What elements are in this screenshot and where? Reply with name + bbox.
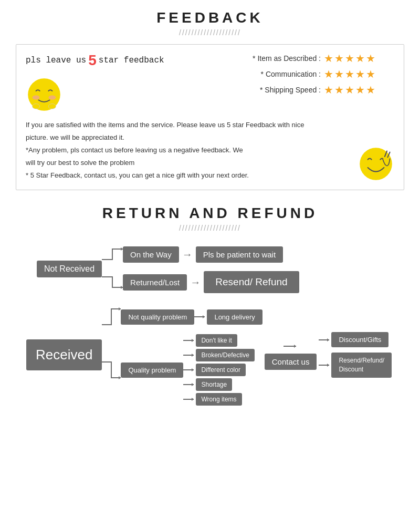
star: ★ <box>366 52 375 65</box>
stars-communication: ★ ★ ★ ★ ★ <box>324 68 375 80</box>
feedback-body-line-2: picture. we will be appreciated it. <box>26 132 394 143</box>
nr-branches: On the Way → Pls be patient to wait Retu… <box>102 245 299 293</box>
qs-arrow-5 <box>183 394 196 405</box>
rating-label-described: * Item as Described : <box>253 54 321 63</box>
feedback-section: FEEDBACK //////////////////// pls leave … <box>0 0 420 195</box>
qs-arrow-3 <box>183 365 196 375</box>
contact-us-box: Contact us <box>265 354 317 370</box>
nr-branch-returned: Returned/Lost → Resend/ Refund <box>102 271 299 293</box>
rating-label-communication: * Communication : <box>253 70 321 78</box>
quality-box: Quality problem <box>121 363 183 378</box>
nr-arrow-1 <box>102 245 123 264</box>
not-received-flow: Not Received On the Way → Pls be patient… <box>37 245 404 293</box>
not-quality-box: Not quality problem <box>121 309 194 325</box>
star: ★ <box>366 84 375 96</box>
star: ★ <box>324 84 333 96</box>
stars-shipping: ★ ★ ★ ★ ★ <box>324 84 375 96</box>
returned-lost-box: Returned/Lost <box>123 274 187 291</box>
svg-marker-16 <box>192 383 194 386</box>
refund-divider: //////////////////// <box>16 224 404 232</box>
qs-arrow-4 <box>183 379 196 390</box>
contact-arrow <box>284 340 298 353</box>
resend-refund-discount-box: Resend/Refund/Discount <box>331 353 392 378</box>
star: ★ <box>355 68 365 80</box>
smiley-face-left <box>26 76 62 113</box>
contact-results: Discount/Gifts Resend/Refund/Discount <box>319 332 392 378</box>
broken-defective-box: Broken/Defective <box>196 349 254 361</box>
rating-row-shipping: * Shipping Speed : ★ ★ ★ ★ ★ <box>253 84 394 96</box>
stars-described: ★ ★ ★ ★ ★ <box>324 52 375 65</box>
feedback-ratings: * Item as Described : ★ ★ ★ ★ ★ * Commun… <box>253 52 394 96</box>
arrow-right-1: → <box>182 249 193 261</box>
smiley-face-right <box>358 146 394 182</box>
feedback-box: pls leave us 5 star feedback <box>16 44 404 190</box>
star: ★ <box>334 52 344 65</box>
res-arrow-1 <box>319 335 331 345</box>
svg-marker-11 <box>203 315 205 318</box>
svg-marker-17 <box>192 398 194 401</box>
long-delivery-box: Long delivery <box>207 309 262 325</box>
star: ★ <box>345 84 354 96</box>
star: ★ <box>355 52 365 65</box>
resend-refund-box: Resend/ Refund <box>204 271 299 293</box>
refund-section: RETURN AND REFUND //////////////////// N… <box>0 195 420 421</box>
result-resend: Resend/Refund/Discount <box>319 353 392 378</box>
feedback-text-line: pls leave us 5 star feedback <box>26 52 164 69</box>
star: ★ <box>366 68 375 80</box>
star: ★ <box>345 68 354 80</box>
received-box: Received <box>26 339 102 370</box>
quality-sub-items: Don't like it Broken/Defective <box>183 334 254 406</box>
nq-arrow <box>194 310 207 323</box>
patient-wait-box: Pls be patient to wait <box>196 246 283 263</box>
star: ★ <box>334 84 344 96</box>
res-arrow-2 <box>319 360 331 370</box>
feedback-divider: //////////////////// <box>16 28 404 37</box>
refund-title: RETURN AND REFUND <box>16 205 404 222</box>
feedback-title: FEEDBACK <box>16 9 404 26</box>
qs-arrow-1 <box>183 335 196 346</box>
qsub-color: Different color <box>183 364 254 376</box>
rating-row-described: * Item as Described : ★ ★ ★ ★ ★ <box>253 52 394 65</box>
svg-point-4 <box>48 104 56 109</box>
feedback-left: pls leave us 5 star feedback <box>26 52 164 113</box>
feedback-body-line-3: *Any problem, pls contact us before leav… <box>26 144 394 156</box>
svg-marker-20 <box>327 364 329 367</box>
star: ★ <box>324 68 333 80</box>
star: ★ <box>355 84 365 96</box>
not-quality-row: Not quality problem Long delivery <box>102 304 262 330</box>
rating-label-shipping: * Shipping Speed : <box>253 86 321 94</box>
qsub-wrong: Wrong items <box>183 393 254 406</box>
feedback-prefix: pls leave us <box>26 56 86 65</box>
qsub-shortage: Shortage <box>183 378 254 391</box>
arrow-right-2: → <box>190 276 201 288</box>
qs-arrow-2 <box>183 350 196 360</box>
feedback-body: If you are satisfied with the items and … <box>26 119 394 181</box>
on-the-way-box: On the Way <box>123 246 179 263</box>
star: ★ <box>334 68 344 80</box>
svg-point-1 <box>33 95 40 99</box>
svg-marker-14 <box>192 354 194 357</box>
svg-marker-19 <box>327 338 329 341</box>
feedback-body-line-1: If you are satisfied with the items and … <box>26 119 394 131</box>
qsub-dont-like: Don't like it <box>183 334 254 347</box>
received-branches: Not quality problem Long delivery Qualit… <box>102 304 262 406</box>
not-received-box: Not Received <box>37 261 102 277</box>
received-flow: Received Not quality problem Long delive… <box>26 304 404 406</box>
svg-marker-15 <box>192 368 194 371</box>
feedback-top-row: pls leave us 5 star feedback <box>26 52 394 113</box>
nr-arrow-2 <box>102 273 123 292</box>
recv-arrow-bot <box>102 357 121 383</box>
different-color-box: Different color <box>196 364 245 376</box>
star: ★ <box>324 52 333 65</box>
feedback-body-line-5: * 5 Star Feedback, contact us, you can g… <box>26 170 394 181</box>
result-discount: Discount/Gifts <box>319 332 392 347</box>
svg-marker-18 <box>294 345 296 348</box>
svg-point-3 <box>33 104 40 109</box>
shortage-box: Shortage <box>196 378 232 391</box>
dont-like-box: Don't like it <box>196 334 237 347</box>
svg-marker-13 <box>192 339 194 342</box>
recv-arrow-top <box>102 304 121 330</box>
star: ★ <box>345 52 354 65</box>
feedback-body-line-4: will try our best to solve the problem <box>26 157 394 169</box>
feedback-number: 5 <box>88 52 97 69</box>
